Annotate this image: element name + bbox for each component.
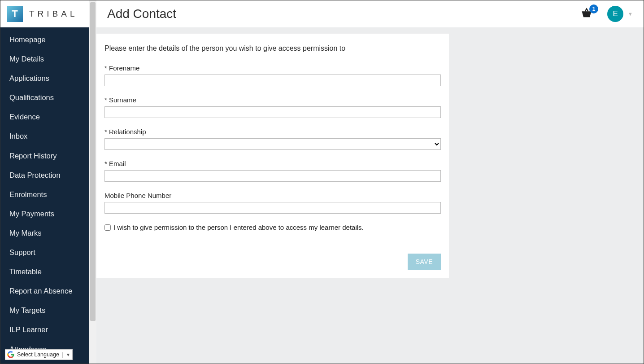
brand-badge: T	[7, 6, 23, 22]
surname-label: * Surname	[104, 96, 441, 104]
language-selector-label: Select Language	[17, 351, 59, 358]
sidebar-scrollbar[interactable]	[89, 0, 96, 364]
instruction-text: Please enter the details of the person y…	[104, 44, 441, 53]
forename-input[interactable]	[104, 75, 441, 86]
add-contact-card: Please enter the details of the person y…	[96, 34, 449, 278]
surname-input[interactable]	[104, 106, 441, 118]
sidebar-item-report-absence[interactable]: Report an Absence	[0, 281, 89, 301]
sidebar-item-enrolments[interactable]: Enrolments	[0, 185, 89, 204]
save-button[interactable]: SAVE	[408, 254, 441, 270]
sidebar-item-ilp-learner[interactable]: ILP Learner	[0, 320, 89, 339]
sidebar-nav: Homepage My Details Applications Qualifi…	[0, 27, 89, 364]
brand-name: TRIBAL	[29, 9, 78, 19]
consent-checkbox[interactable]	[104, 224, 111, 231]
sidebar-item-my-details[interactable]: My Details	[0, 49, 89, 69]
page-title: Add Contact	[107, 7, 176, 21]
email-input[interactable]	[104, 170, 441, 182]
chevron-down-icon: ▼	[66, 352, 70, 357]
chevron-down-icon[interactable]: ▼	[628, 11, 633, 17]
consent-label: I wish to give permission to the person …	[113, 224, 364, 231]
mobile-input[interactable]	[104, 202, 441, 214]
sidebar-item-homepage[interactable]: Homepage	[0, 30, 89, 49]
brand-logo[interactable]: T TRIBAL	[0, 0, 89, 27]
language-selector[interactable]: Select Language | ▼	[5, 349, 73, 360]
basket-icon	[580, 13, 593, 21]
relationship-select[interactable]	[104, 138, 441, 150]
divider: |	[62, 351, 63, 358]
sidebar-item-timetable[interactable]: Timetable	[0, 262, 89, 281]
forename-label: * Forename	[104, 64, 441, 72]
google-translate-icon	[7, 351, 14, 358]
topbar: Add Contact 1 E ▼	[96, 0, 644, 27]
basket-badge: 1	[589, 4, 598, 13]
relationship-label: * Relationship	[104, 128, 441, 136]
sidebar-item-my-targets[interactable]: My Targets	[0, 301, 89, 320]
sidebar-item-evidence[interactable]: Evidence	[0, 107, 89, 127]
sidebar-item-data-protection[interactable]: Data Protection	[0, 166, 89, 185]
sidebar-item-my-payments[interactable]: My Payments	[0, 204, 89, 224]
sidebar-item-inbox[interactable]: Inbox	[0, 127, 89, 146]
sidebar-item-report-history[interactable]: Report History	[0, 146, 89, 166]
sidebar-item-my-marks[interactable]: My Marks	[0, 224, 89, 243]
sidebar-item-applications[interactable]: Applications	[0, 69, 89, 88]
email-label: * Email	[104, 160, 441, 167]
user-avatar[interactable]: E	[607, 6, 623, 22]
sidebar-item-support[interactable]: Support	[0, 243, 89, 262]
basket-button[interactable]: 1	[580, 7, 593, 21]
sidebar-item-qualifications[interactable]: Qualifications	[0, 88, 89, 107]
mobile-label: Mobile Phone Number	[104, 192, 441, 199]
